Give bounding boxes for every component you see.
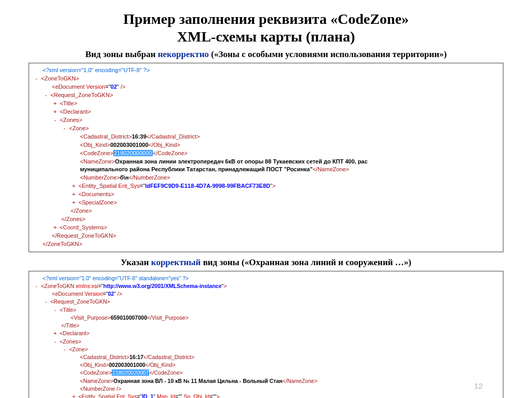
subtitle-correct: Указан корректный вид зоны («Охранная зо… bbox=[29, 257, 503, 268]
codezone-highlight-2: 218020020007 bbox=[112, 369, 149, 376]
title-line-2: XML-схемы карты (плана) bbox=[177, 29, 355, 45]
xml-box-incorrect: <?xml version="1.0" encoding="UTF-8" ?> … bbox=[29, 63, 503, 252]
xml-box-correct: <?xml version="1.0" encoding="UTF-8" sta… bbox=[29, 271, 503, 398]
page-number: 12 bbox=[474, 381, 483, 390]
slide-title: Пример заполнения реквизита «CodeZone» X… bbox=[29, 10, 503, 45]
title-line-1: Пример заполнения реквизита «CodeZone» bbox=[123, 11, 409, 27]
codezone-highlight-1: 218020000000 bbox=[113, 150, 152, 156]
subtitle-incorrect: Вид зоны выбран некорректно («Зоны с осо… bbox=[29, 49, 503, 60]
